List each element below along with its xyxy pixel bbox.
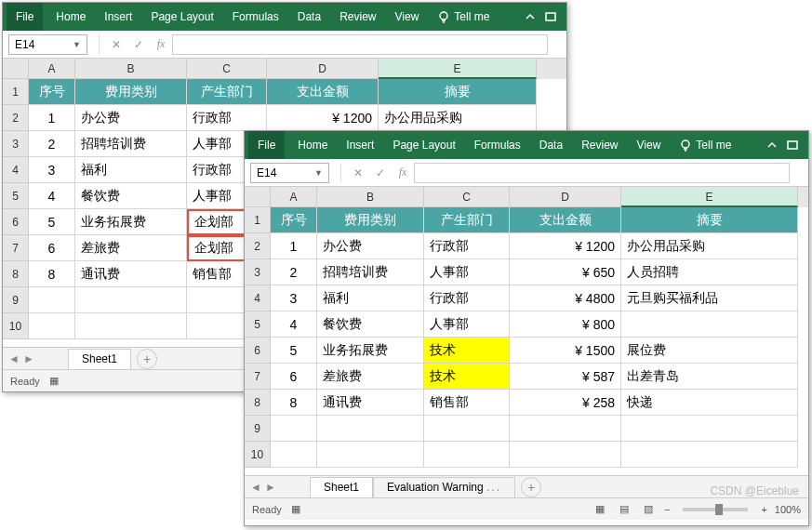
tell-me[interactable]: Tell me [428, 3, 499, 31]
collapse-ribbon-icon[interactable] [765, 139, 779, 152]
row-header[interactable]: 10 [3, 313, 29, 339]
cell[interactable]: 销售部 [424, 390, 510, 416]
cell[interactable]: 招聘培训费 [75, 131, 187, 157]
cell[interactable]: ¥ 650 [510, 259, 621, 285]
file-tab[interactable]: File [7, 3, 43, 31]
cell[interactable]: ¥ 258 [510, 390, 621, 416]
ribbon-tab-review[interactable]: Review [572, 131, 627, 159]
ribbon-tab-home[interactable]: Home [47, 3, 95, 31]
formula-input[interactable] [414, 163, 790, 183]
cell[interactable]: 通讯费 [317, 390, 424, 416]
zoom-level[interactable]: 100% [775, 504, 801, 515]
ribbon-tab-insert[interactable]: Insert [95, 3, 141, 31]
row-header[interactable]: 9 [3, 287, 29, 313]
chevron-down-icon[interactable]: ▼ [73, 40, 81, 49]
cell[interactable]: 6 [29, 235, 75, 261]
ribbon-tab-view[interactable]: View [386, 3, 429, 31]
row-header[interactable]: 2 [245, 233, 271, 259]
cell[interactable]: 6 [271, 364, 317, 390]
tab-nav[interactable]: ◄► [245, 481, 310, 494]
cell[interactable]: 人事部 [424, 311, 510, 338]
sheet-tab-warning[interactable]: Evaluation Warning ... [373, 477, 515, 497]
row-header[interactable]: 6 [245, 338, 271, 364]
col-header[interactable]: D [267, 59, 379, 79]
row-header[interactable]: 3 [3, 131, 29, 157]
cell[interactable]: 5 [271, 338, 317, 364]
cell[interactable]: 8 [29, 261, 75, 287]
col-header[interactable]: E [379, 59, 537, 79]
row-header[interactable]: 5 [245, 311, 271, 338]
col-header[interactable]: C [187, 59, 267, 79]
ribbon-tab-review[interactable]: Review [330, 3, 385, 31]
name-box[interactable]: E14▼ [8, 34, 87, 55]
cell[interactable]: 2 [29, 131, 75, 157]
ribbon-tab-pagelayout[interactable]: Page Layout [383, 131, 464, 159]
cell[interactable] [29, 287, 75, 313]
fx-icon[interactable]: fx [150, 37, 172, 51]
cell[interactable]: ¥ 1500 [510, 338, 621, 364]
cell[interactable]: 支出金额 [267, 79, 379, 105]
cancel-icon[interactable]: ✕ [347, 166, 369, 179]
col-header[interactable]: C [424, 187, 510, 207]
cell[interactable]: 福利 [75, 157, 187, 183]
cell[interactable]: 业务拓展费 [317, 338, 424, 364]
ribbon-tab-data[interactable]: Data [288, 3, 330, 31]
cell[interactable]: ¥ 1200 [510, 233, 621, 259]
cell[interactable]: ¥ 587 [510, 364, 621, 390]
enter-icon[interactable]: ✓ [369, 166, 392, 179]
macro-icon[interactable]: ▦ [291, 503, 300, 515]
row-header[interactable]: 8 [245, 390, 271, 416]
cell[interactable]: 出差青岛 [621, 364, 798, 390]
collapse-ribbon-icon[interactable] [524, 10, 537, 23]
tab-nav[interactable]: ◄► [3, 352, 68, 365]
cell[interactable] [621, 311, 798, 338]
add-sheet-button[interactable]: + [521, 477, 541, 497]
ribbon-tab-insert[interactable]: Insert [337, 131, 383, 159]
cell[interactable] [75, 287, 187, 313]
cell[interactable]: 餐饮费 [75, 183, 187, 209]
ribbon-tab-home[interactable]: Home [288, 131, 337, 159]
cell[interactable]: 序号 [29, 79, 75, 105]
view-normal-icon[interactable]: ▦ [592, 501, 608, 517]
cell[interactable]: 8 [271, 390, 317, 416]
cell[interactable] [317, 442, 424, 468]
file-tab[interactable]: File [248, 131, 285, 159]
cell[interactable]: 费用类别 [75, 79, 187, 105]
cell[interactable]: ¥ 4800 [510, 285, 621, 311]
cell[interactable]: 办公费 [317, 233, 424, 259]
cell[interactable]: 摘要 [379, 79, 537, 105]
cell[interactable]: 行政部 [187, 105, 267, 131]
cell[interactable]: 序号 [271, 207, 317, 233]
row-header[interactable]: 8 [3, 261, 29, 287]
cell[interactable] [75, 313, 187, 339]
view-break-icon[interactable]: ▧ [640, 501, 657, 517]
cell[interactable] [271, 442, 317, 468]
cell[interactable]: 产生部门 [187, 79, 267, 105]
sheet-tab[interactable]: Sheet1 [68, 349, 131, 369]
select-all[interactable] [245, 187, 271, 207]
cell[interactable]: 快递 [621, 390, 798, 416]
cell[interactable]: 差旅费 [75, 235, 187, 261]
row-header[interactable]: 4 [245, 285, 271, 311]
cell[interactable] [424, 416, 510, 442]
cell[interactable]: 3 [29, 157, 75, 183]
row-header[interactable]: 6 [3, 209, 29, 235]
col-header[interactable]: B [317, 187, 424, 207]
cell[interactable] [317, 416, 424, 442]
cell[interactable]: 费用类别 [317, 207, 424, 233]
cell[interactable] [621, 442, 798, 468]
cell[interactable]: ¥ 800 [510, 311, 621, 338]
col-header[interactable]: E [621, 187, 798, 207]
row-header[interactable]: 1 [245, 207, 271, 233]
add-sheet-button[interactable]: + [137, 349, 157, 369]
col-header[interactable]: D [510, 187, 621, 207]
cell[interactable] [424, 442, 510, 468]
cell[interactable] [510, 442, 621, 468]
col-header[interactable]: A [29, 59, 75, 79]
cell[interactable]: 元旦购买福利品 [621, 285, 798, 311]
cell[interactable] [621, 416, 798, 442]
row-header[interactable]: 7 [245, 364, 271, 390]
row-header[interactable]: 3 [245, 259, 271, 285]
cell[interactable]: 技术 [424, 338, 510, 364]
cell[interactable]: 人事部 [424, 259, 510, 285]
